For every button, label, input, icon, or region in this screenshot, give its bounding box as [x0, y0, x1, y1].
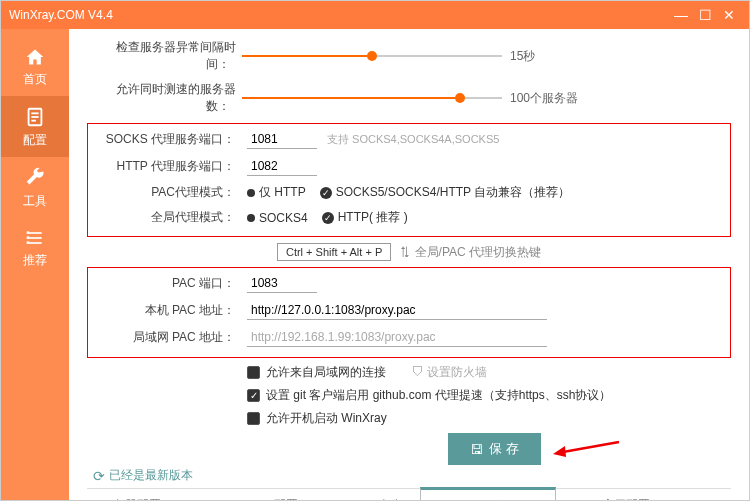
allow-lan-checkbox[interactable]: [247, 366, 260, 379]
sidebar-item-tools[interactable]: 工具: [1, 157, 69, 218]
svg-rect-9: [27, 241, 30, 244]
sidebar-item-label: 首页: [23, 72, 47, 86]
sidebar-item-label: 工具: [23, 194, 47, 208]
hotkey-input[interactable]: Ctrl + Shift + Alt + P: [277, 243, 391, 261]
sidebar: 首页 配置 工具 推荐: [1, 29, 69, 500]
lan-pac-input[interactable]: [247, 328, 547, 347]
pac-group: PAC 端口： 本机 PAC 地址： 局域网 PAC 地址：: [87, 267, 731, 358]
document-icon: [24, 106, 46, 128]
radio-checked-icon: ✓: [322, 212, 334, 224]
tab-server-json[interactable]: 服务器配置（JSON）: [87, 489, 231, 500]
allow-lan-label: 允许来自局域网的连接: [266, 364, 386, 381]
git-proxy-label: 设置 git 客户端启用 github.com 代理提速（支持https、ssh…: [266, 387, 611, 404]
maximize-button[interactable]: ☐: [693, 7, 717, 23]
refresh-icon[interactable]: ⟳: [93, 468, 105, 484]
tab-subscribe[interactable]: 订阅: [368, 489, 420, 500]
autostart-checkbox[interactable]: [247, 412, 260, 425]
bottom-tabs: 服务器配置（JSON） Core 配置（JSON） 订阅 代理端口 / 高级配置…: [87, 488, 731, 500]
socks-port-label: SOCKS 代理服务端口：: [92, 131, 247, 148]
pac-mode-label: PAC代理模式：: [92, 184, 247, 201]
svg-marker-11: [553, 446, 566, 457]
minimize-button[interactable]: —: [669, 7, 693, 23]
pac-mode-http-radio[interactable]: 仅 HTTP: [247, 184, 306, 201]
home-icon: [24, 47, 46, 67]
git-proxy-checkbox[interactable]: ✓: [247, 389, 260, 402]
svg-rect-8: [27, 236, 30, 239]
http-port-label: HTTP 代理服务端口：: [92, 158, 247, 175]
pac-mode-auto-radio[interactable]: ✓SOCKS5/SOCKS4/HTTP 自动兼容（推荐）: [320, 184, 571, 201]
pac-port-input[interactable]: [247, 274, 317, 293]
interval-value: 15秒: [510, 48, 535, 65]
global-mode-http-radio[interactable]: ✓HTTP( 推荐 ): [322, 209, 408, 226]
tab-core-json[interactable]: Core 配置（JSON）: [231, 489, 368, 500]
svg-rect-7: [27, 231, 30, 234]
app-title: WinXray.COM V4.4: [9, 8, 669, 22]
radio-icon: [247, 189, 255, 197]
close-button[interactable]: ✕: [717, 7, 741, 23]
firewall-link[interactable]: ⛉ 设置防火墙: [412, 364, 487, 381]
local-pac-label: 本机 PAC 地址：: [92, 302, 247, 319]
sidebar-item-recommend[interactable]: 推荐: [1, 218, 69, 277]
autostart-label: 允许开机启动 WinXray: [266, 410, 387, 427]
sidebar-item-home[interactable]: 首页: [1, 37, 69, 96]
content-pane: 检查服务器异常间隔时间： 15秒 允许同时测速的服务器数： 100个服务器 SO…: [69, 29, 749, 500]
list-icon: [24, 228, 46, 248]
socks-port-input[interactable]: [247, 130, 317, 149]
radio-icon: [247, 214, 255, 222]
proxy-port-group: SOCKS 代理服务端口： 支持 SOCKS4,SOCKS4A,SOCKS5 H…: [87, 123, 731, 237]
global-mode-socks4-radio[interactable]: SOCKS4: [247, 211, 308, 225]
interval-label: 检查服务器异常间隔时间：: [87, 39, 242, 73]
save-icon: 🖫: [470, 442, 483, 457]
wrench-icon: [24, 167, 46, 189]
titlebar: WinXray.COM V4.4 — ☐ ✕: [1, 1, 749, 29]
version-status: 已经是最新版本: [109, 467, 193, 484]
arrow-annotation-icon: [551, 436, 621, 462]
interval-slider[interactable]: [242, 55, 502, 57]
tab-proxy-port[interactable]: 代理端口 / 高级配置: [420, 487, 556, 500]
local-pac-input[interactable]: [247, 301, 547, 320]
http-port-input[interactable]: [247, 157, 317, 176]
socks-hint: 支持 SOCKS4,SOCKS4A,SOCKS5: [327, 132, 499, 147]
global-mode-label: 全局代理模式：: [92, 209, 247, 226]
radio-checked-icon: ✓: [320, 187, 332, 199]
sidebar-item-config[interactable]: 配置: [1, 96, 69, 157]
svg-line-10: [563, 442, 619, 452]
tab-uwp[interactable]: UWP 应用配置: [556, 489, 663, 500]
save-button[interactable]: 🖫 保 存: [448, 433, 541, 465]
concurrent-slider[interactable]: [242, 97, 502, 99]
concurrent-label: 允许同时测速的服务器数：: [87, 81, 242, 115]
sidebar-item-label: 推荐: [23, 253, 47, 267]
lan-pac-label: 局域网 PAC 地址：: [92, 329, 247, 346]
hotkey-description: ⮁ 全局/PAC 代理切换热键: [399, 244, 541, 261]
pac-port-label: PAC 端口：: [92, 275, 247, 292]
concurrent-value: 100个服务器: [510, 90, 578, 107]
sidebar-item-label: 配置: [23, 133, 47, 147]
